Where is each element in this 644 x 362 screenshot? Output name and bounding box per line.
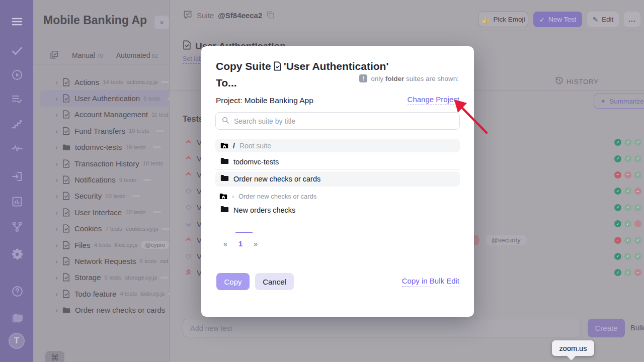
suite-tree-item[interactable]: › Todo feature 4 tests todo.cy.js [33,286,170,302]
test-status-dots [614,155,641,162]
suite-file-name: cookies.cy.js [126,226,158,232]
chevron-right-icon[interactable]: › [55,160,58,167]
root-folder-home-icon [219,193,227,200]
set-label-link[interactable]: Set lab [183,55,202,64]
page-1-button[interactable]: 1 [238,239,243,248]
list-check-icon[interactable] [11,93,24,106]
document-check-icon [62,273,70,282]
bulk-label: Bulk [630,324,644,332]
close-panel-button[interactable]: × [154,16,169,29]
suite-file-name: todo.cy.js [140,291,165,297]
command-shortcut-button[interactable]: ⌘ [45,351,64,362]
chevron-right-icon[interactable]: › [55,257,58,265]
suite-tag-badge [153,146,161,148]
pulse-icon[interactable] [11,142,24,155]
project-title: Mobile Banking Ap [43,14,169,27]
app-logo[interactable]: T [9,333,25,349]
suite-tree-item[interactable]: › Notifications 9 tests [33,171,170,188]
copy-in-bulk-edit-link[interactable]: Copy in Bulk Edit [402,277,459,287]
next-page-button[interactable]: » [254,240,258,248]
status-dot-icon [634,188,641,195]
suite-tree-item[interactable]: › Order new checks or cards [33,302,170,318]
tab-automated[interactable]: Automated62 [116,51,158,59]
suite-tree-item[interactable]: › User Authentication 9 tests [40,90,170,106]
tab-manual[interactable]: Manual70 [72,51,103,59]
status-dot-icon [614,253,621,260]
suite-tree-item[interactable]: › Account Management 11 test [33,107,170,123]
suite-tree-item[interactable]: › Transaction History 10 tests [33,155,170,171]
copy-check-icon [49,50,59,61]
suite-tree-item[interactable]: › todomvc-tests 19 tests [33,139,170,155]
prev-page-button[interactable]: « [223,240,227,248]
suite-tree-item[interactable]: › Storage 5 tests storage.cy.js [33,269,170,286]
document-check-icon [62,208,70,217]
edit-button[interactable]: ✎Edit [587,12,619,27]
folders-icon[interactable] [11,311,24,324]
chevron-right-icon[interactable]: › [55,127,58,135]
play-circle-icon[interactable] [11,68,24,81]
destination-suite-row[interactable]: / › Root suite [215,139,460,152]
chevron-right-icon[interactable]: › [55,78,58,86]
copy-button[interactable]: Copy [216,273,250,290]
create-button[interactable]: Create [588,319,625,337]
sign-in-icon[interactable] [11,170,24,183]
suite-test-count: 6 tests [140,258,157,264]
add-new-test-input[interactable] [183,319,581,337]
steps-icon[interactable] [11,118,24,131]
chevron-right-icon[interactable]: › [55,192,58,200]
suite-tree-item[interactable]: › Fund Transfers 10 tests [33,123,170,139]
copy-id-icon[interactable] [266,11,275,21]
suite-name: Actions [74,78,99,86]
chevron-right-icon[interactable]: › [55,143,58,151]
suite-tree-item[interactable]: › Network Requests 6 tests net [33,253,170,269]
help-icon[interactable] [11,285,24,298]
suite-tree-item[interactable]: › Files 4 tests files.cy.js @cypre [33,237,170,253]
cancel-button[interactable]: Cancel [255,273,294,290]
chevron-right-icon[interactable]: › [55,274,58,281]
test-status-dots [614,253,641,260]
branch-icon[interactable] [11,220,24,233]
chevron-right-icon[interactable]: › [55,241,58,249]
status-dot-icon [624,188,631,195]
test-status-dots [614,139,641,146]
chevron-right-icon[interactable]: › [55,209,58,216]
status-dot-icon [634,237,641,244]
history-tab[interactable]: HISTORY [555,76,599,86]
destination-suite-name: New orders checks [233,206,295,214]
gear-icon[interactable] [11,248,24,261]
destination-suite-row[interactable]: / › Order new checks or cards [215,171,460,187]
status-dot-icon [624,237,631,244]
warning-icon: ! [359,74,367,82]
sparkles-icon: ✦ [600,97,606,105]
suite-tree-item[interactable]: › Actions 14 tests actions.cy.js [33,74,170,90]
destination-suite-row[interactable]: / › todomvc-tests [215,154,460,170]
chevron-right-icon[interactable]: › [55,176,58,184]
new-test-button[interactable]: ✓New Test [533,12,582,27]
summarize-button[interactable]: ✦ Summarize [594,94,644,109]
suite-name: Account Management [74,110,148,119]
suite-test-count: 7 tests [105,226,122,232]
suite-search-input[interactable] [234,117,459,125]
status-dot-icon [614,188,621,195]
status-dot-icon [624,269,631,276]
suite-tree-item[interactable]: › Cookies 7 tests cookies.cy.js [33,221,170,237]
chevron-right-icon[interactable]: › [55,225,58,232]
destination-suite-row[interactable]: / › New orders checks [215,203,460,218]
suite-tree-item[interactable]: › Security 10 tests [33,188,170,204]
pick-emoji-button[interactable]: 👍Pick Emoji [478,12,528,27]
chevron-right-icon[interactable]: › [55,290,58,298]
chevron-right-icon[interactable]: › [55,111,58,118]
tests-heading: Tests [183,115,203,124]
menu-icon[interactable] [11,15,24,28]
chevron-right-icon[interactable]: › [55,95,58,102]
suite-tree-item[interactable]: › User Interface 10 tests [33,204,170,220]
chevron-right-icon[interactable]: › [55,306,58,314]
suite-search-box [215,112,460,130]
destination-suite-row[interactable]: / › Order new checks or cards [215,192,460,201]
folder-only-notice: ! only folder suites are shown: [359,74,459,82]
suite-test-count: 9 tests [143,96,160,102]
document-check-icon [62,159,70,168]
bar-chart-icon[interactable] [11,195,24,208]
more-options-button[interactable]: ... [624,12,640,27]
check-icon[interactable] [11,44,24,57]
